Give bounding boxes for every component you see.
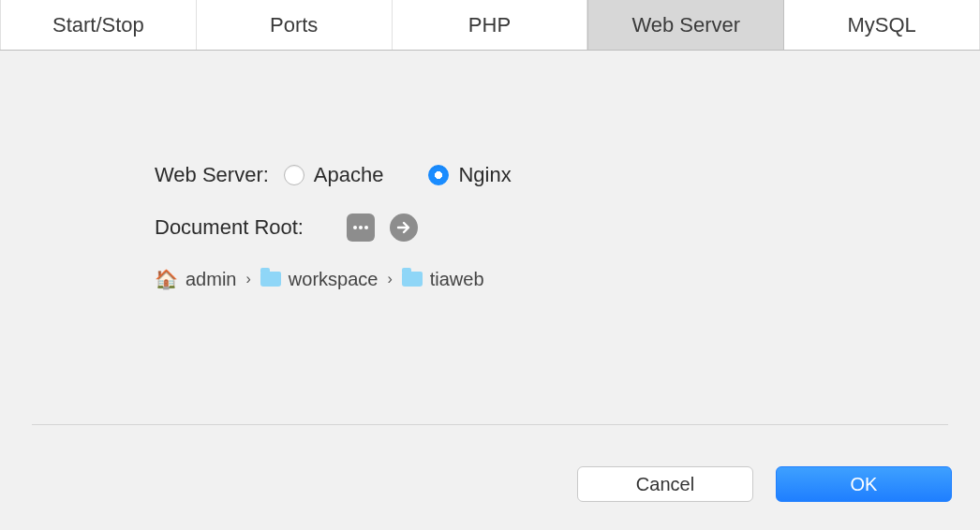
radio-dot-icon: [428, 165, 449, 185]
path-segment-label: tiaweb: [430, 269, 484, 290]
chevron-right-icon: ›: [245, 271, 250, 287]
path-segment-home[interactable]: 🏠 admin: [155, 268, 236, 290]
svg-point-0: [353, 226, 357, 229]
path-segment-workspace[interactable]: workspace: [260, 269, 379, 290]
radio-dot-icon: [284, 165, 304, 185]
radio-apache-label: Apache: [314, 163, 384, 187]
folder-icon: [402, 272, 423, 287]
radio-nginx-label: Nginx: [458, 163, 511, 187]
home-icon: 🏠: [155, 268, 178, 290]
content-pane: Web Server: Apache Nginx Document Root: …: [0, 51, 980, 530]
web-server-row: Web Server: Apache Nginx: [155, 163, 980, 187]
document-root-row: Document Root:: [155, 213, 980, 242]
web-server-label: Web Server:: [155, 163, 269, 187]
arrow-right-icon: [396, 220, 411, 235]
path-segment-tiaweb[interactable]: tiaweb: [402, 269, 484, 290]
document-root-label: Document Root:: [155, 215, 304, 240]
path-segment-label: admin: [186, 269, 236, 290]
ellipsis-icon: [352, 224, 369, 231]
folder-icon: [260, 272, 281, 287]
cancel-button[interactable]: Cancel: [577, 466, 753, 502]
ok-button[interactable]: OK: [776, 466, 952, 502]
footer-divider: [32, 424, 948, 425]
tab-start-stop[interactable]: Start/Stop: [0, 0, 197, 50]
chevron-right-icon: ›: [387, 271, 392, 287]
footer-buttons: Cancel OK: [577, 466, 952, 502]
document-root-path: 🏠 admin › workspace › tiaweb: [155, 268, 980, 290]
browse-button[interactable]: [347, 213, 375, 242]
svg-point-1: [359, 226, 363, 229]
svg-point-2: [364, 226, 368, 229]
tab-ports[interactable]: Ports: [197, 0, 393, 50]
path-segment-label: workspace: [289, 269, 379, 290]
tab-web-server[interactable]: Web Server: [587, 0, 784, 50]
radio-nginx[interactable]: Nginx: [428, 163, 511, 187]
radio-apache[interactable]: Apache: [284, 163, 384, 187]
tab-bar: Start/Stop Ports PHP Web Server MySQL: [0, 0, 980, 51]
navigate-button[interactable]: [390, 213, 418, 242]
tab-php[interactable]: PHP: [393, 0, 588, 50]
tab-mysql[interactable]: MySQL: [784, 0, 980, 50]
